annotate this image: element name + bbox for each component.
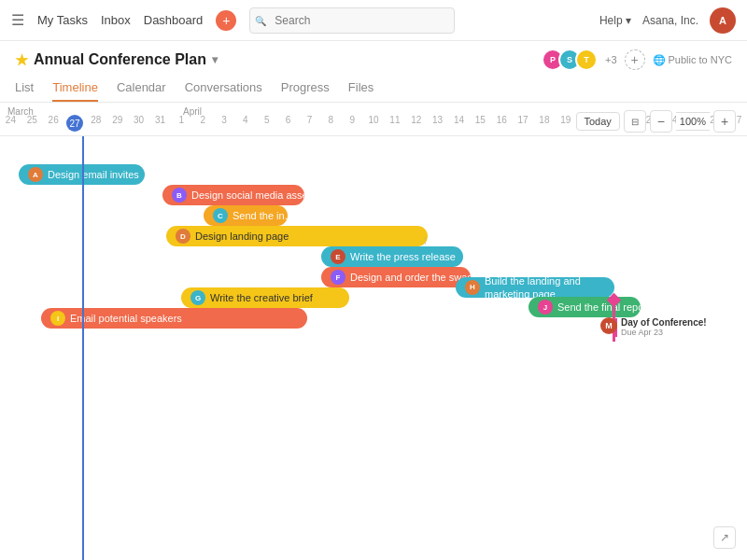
zoom-fit-button[interactable]: ⊟ <box>624 110 646 133</box>
member-count-badge: +3 <box>605 54 617 65</box>
date-5: 5 <box>256 115 277 132</box>
task-bar-landing-page[interactable]: D Design landing page <box>166 226 428 246</box>
task-avatar-3: C <box>213 208 228 223</box>
date-19: 19 <box>555 115 576 132</box>
milestone-conference: Day of Conference! Due Apr 23 <box>614 317 707 337</box>
april-label: April <box>183 106 202 117</box>
date-27-today: 27 <box>64 115 86 132</box>
date-11: 11 <box>384 115 405 132</box>
date-1: 1 <box>171 115 192 132</box>
today-line <box>82 136 84 560</box>
task-label-4: Design landing page <box>195 231 289 242</box>
milestone-avatar-row: M <box>600 317 617 334</box>
date-8: 8 <box>320 115 342 132</box>
date-16: 16 <box>491 115 513 132</box>
nav-dashboard[interactable]: Dashboard <box>144 13 204 27</box>
date-18: 18 <box>533 115 555 132</box>
task-avatar-9: I <box>50 311 65 326</box>
task-label-8: Build the landing and marketing page <box>485 277 605 298</box>
task-bar-press-release[interactable]: E Write the press release <box>321 246 463 267</box>
date-15: 15 <box>470 115 491 132</box>
task-avatar-1: A <box>28 167 43 182</box>
task-avatar-4: D <box>176 229 190 244</box>
date-14: 14 <box>448 115 470 132</box>
nav-inbox[interactable]: Inbox <box>101 13 131 27</box>
task-label-10: Send the final report <box>557 301 641 313</box>
help-button[interactable]: Help ▾ <box>599 14 631 27</box>
task-label-6: Design and order the swag <box>350 272 471 283</box>
public-label: 🌐 Public to NYC <box>653 54 732 66</box>
tab-progress[interactable]: Progress <box>281 75 330 102</box>
project-title: ★ Annual Conference Plan ▾ <box>15 51 218 69</box>
tab-files[interactable]: Files <box>348 75 374 102</box>
task-bar-send[interactable]: C Send the in... <box>204 205 288 226</box>
task-bar-build-landing[interactable]: H Build the landing and marketing page <box>456 277 614 298</box>
milestone-label: Day of Conference! <box>621 317 707 328</box>
date-25: 25 <box>21 115 43 132</box>
task-avatar-8: H <box>465 280 480 295</box>
nav-left: ☰ My Tasks Inbox Dashboard + <box>11 7 585 34</box>
date-6: 6 <box>277 115 299 132</box>
milestone-avatar: M <box>600 317 617 334</box>
tab-timeline[interactable]: Timeline <box>52 75 98 102</box>
task-avatar-2: B <box>172 188 187 203</box>
header-right: P S T +3 + 🌐 Public to NYC <box>542 49 732 71</box>
date-24: 24 <box>0 115 21 132</box>
task-avatar-7: G <box>190 290 205 305</box>
top-nav: ☰ My Tasks Inbox Dashboard + Help ▾ Asan… <box>0 0 747 41</box>
date-29: 29 <box>106 115 128 132</box>
scroll-hint-button[interactable]: ↗ <box>713 526 736 549</box>
timeline-container: March April 24 25 26 27 28 29 30 31 1 2 … <box>0 103 747 560</box>
avatar-stack: P S T <box>542 49 598 71</box>
task-bar-creative-brief[interactable]: G Write the creative brief <box>181 287 349 308</box>
tab-calendar[interactable]: Calendar <box>117 75 166 102</box>
gantt-area: A Design email invites B Design social m… <box>0 136 747 560</box>
task-label-3: Send the in... <box>233 210 288 221</box>
star-icon[interactable]: ★ <box>15 51 28 69</box>
task-label-1: Design email invites <box>48 169 139 180</box>
date-3: 3 <box>214 115 235 132</box>
date-4: 4 <box>234 115 256 132</box>
zoom-out-button[interactable]: − <box>650 110 672 133</box>
date-26: 26 <box>43 115 64 132</box>
org-name: Asana, Inc. <box>642 14 698 27</box>
project-chevron-icon[interactable]: ▾ <box>212 53 218 66</box>
globe-icon: 🌐 <box>653 54 666 66</box>
task-avatar-6: F <box>331 270 345 285</box>
milestone-sublabel: Due Apr 23 <box>621 328 707 337</box>
nav-right: Help ▾ Asana, Inc. A <box>599 7 736 34</box>
nav-my-tasks[interactable]: My Tasks <box>37 13 88 27</box>
nav-plus-button[interactable]: + <box>216 10 236 31</box>
timeline-toolbar: Today ⊟ − 100% + <box>576 110 737 133</box>
date-13: 13 <box>427 115 448 132</box>
tab-list[interactable]: List <box>15 75 34 102</box>
date-7: 7 <box>299 115 320 132</box>
search-input[interactable] <box>249 7 455 34</box>
task-bar-email-speakers[interactable]: I Email potential speakers <box>41 308 307 329</box>
date-12: 12 <box>405 115 427 132</box>
today-button[interactable]: Today <box>576 112 620 131</box>
tab-conversations[interactable]: Conversations <box>185 75 262 102</box>
user-avatar[interactable]: A <box>710 7 736 34</box>
app-container: ☰ My Tasks Inbox Dashboard + Help ▾ Asan… <box>0 0 747 560</box>
date-30: 30 <box>128 115 149 132</box>
task-label-5: Write the press release <box>350 251 456 262</box>
date-10: 10 <box>363 115 385 132</box>
project-name: Annual Conference Plan <box>34 51 206 68</box>
task-avatar-5: E <box>331 249 345 264</box>
date-28: 28 <box>85 115 106 132</box>
task-bar-social-media[interactable]: B Design social media assets <box>162 185 304 205</box>
project-header: ★ Annual Conference Plan ▾ P S T +3 + 🌐 … <box>0 41 747 103</box>
add-member-button[interactable]: + <box>625 49 645 70</box>
task-label-2: Design social media assets <box>191 189 304 201</box>
date-9: 9 <box>342 115 363 132</box>
hamburger-icon[interactable]: ☰ <box>11 11 24 29</box>
task-label-7: Write the creative brief <box>210 292 313 303</box>
zoom-in-button[interactable]: + <box>713 110 736 133</box>
task-avatar-10: J <box>538 300 553 315</box>
task-bar-final-report[interactable]: J Send the final report <box>529 297 641 317</box>
tabs-row: List Timeline Calendar Conversations Pro… <box>0 75 747 102</box>
search-container <box>249 7 455 34</box>
task-bar-swag[interactable]: F Design and order the swag <box>321 267 471 287</box>
zoom-level: 100% <box>676 112 710 131</box>
